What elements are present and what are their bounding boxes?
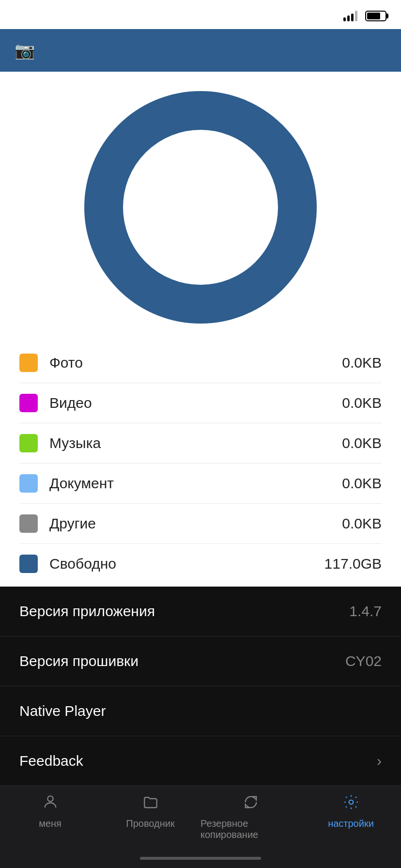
tab-icon-1: [142, 794, 159, 814]
legend-item: Музыка 0.0KB: [19, 423, 382, 464]
settings-row-label: Версия прошивки: [19, 653, 139, 669]
legend-color-swatch: [19, 394, 38, 412]
settings-row: Версия приложения 1.4.7: [0, 587, 401, 636]
main-content: Фото 0.0KB Видео 0.0KB Музыка 0.0KB Доку…: [0, 72, 401, 587]
settings-row[interactable]: Feedback ›: [0, 736, 401, 786]
home-indicator: [0, 849, 401, 868]
settings-section: Версия приложения 1.4.7 Версия прошивки …: [0, 587, 401, 786]
legend-item: Видео 0.0KB: [19, 383, 382, 423]
status-icons: [343, 11, 386, 21]
legend-name: Другие: [49, 515, 342, 532]
legend-name: Музыка: [49, 435, 342, 451]
legend-value: 0.0KB: [342, 515, 382, 532]
status-bar: [0, 0, 401, 29]
svg-point-1: [47, 796, 53, 801]
camera-icon[interactable]: 📷: [15, 41, 35, 60]
legend-item: Фото 0.0KB: [19, 343, 382, 383]
tab-меня[interactable]: меня: [0, 794, 100, 829]
legend-color-swatch: [19, 514, 38, 533]
legend-color-swatch: [19, 474, 38, 493]
legend-color-swatch: [19, 555, 38, 573]
chevron-right-icon: ›: [377, 753, 382, 769]
donut-svg: [79, 86, 322, 328]
settings-row-label: Версия приложения: [19, 603, 155, 620]
legend-name: Видео: [49, 395, 342, 411]
battery-icon: [365, 11, 386, 21]
donut-chart: [79, 86, 322, 328]
tab-настройки[interactable]: настройки: [301, 794, 401, 829]
settings-row: Версия прошивки CY02: [0, 636, 401, 686]
settings-row-value: CY02: [345, 653, 382, 669]
legend-value: 0.0KB: [342, 475, 382, 492]
legend-item: Документ 0.0KB: [19, 464, 382, 504]
legend-color-swatch: [19, 354, 38, 372]
tab-label-1: Проводник: [126, 818, 174, 829]
header: 📷: [0, 29, 401, 72]
legend-name: Фото: [49, 355, 342, 371]
settings-row-value: 1.4.7: [349, 603, 382, 620]
legend-item: Другие 0.0KB: [19, 504, 382, 544]
home-bar: [140, 857, 261, 860]
settings-row-right: ›: [377, 753, 382, 769]
tab-label-2: Резервное копирование: [200, 818, 301, 840]
legend-value: 117.0GB: [324, 556, 382, 572]
tab-label-0: меня: [39, 818, 62, 829]
legend-name: Свободно: [49, 556, 324, 572]
svg-point-0: [104, 110, 297, 304]
signal-icon: [343, 11, 357, 21]
tab-label-3: настройки: [328, 818, 374, 829]
settings-row-right: 1.4.7: [349, 603, 382, 620]
settings-row-label: Native Player: [19, 703, 106, 719]
svg-point-2: [349, 800, 353, 805]
settings-row-right: CY02: [345, 653, 382, 669]
tab-Резервное копирование[interactable]: Резервное копирование: [200, 794, 301, 840]
legend-color-swatch: [19, 434, 38, 452]
settings-row: Native Player: [0, 686, 401, 736]
legend-value: 0.0KB: [342, 395, 382, 411]
tab-Проводник[interactable]: Проводник: [100, 794, 200, 829]
tab-icon-3: [343, 794, 359, 814]
tab-icon-2: [243, 794, 259, 814]
settings-row-label: Feedback: [19, 753, 83, 769]
legend-value: 0.0KB: [342, 355, 382, 371]
legend-list: Фото 0.0KB Видео 0.0KB Музыка 0.0KB Доку…: [0, 343, 401, 584]
tab-bar: меня Проводник Резервное копирование нас…: [0, 786, 401, 849]
tab-icon-0: [42, 794, 59, 814]
legend-name: Документ: [49, 475, 342, 492]
legend-item: Свободно 117.0GB: [19, 544, 382, 584]
legend-value: 0.0KB: [342, 435, 382, 451]
